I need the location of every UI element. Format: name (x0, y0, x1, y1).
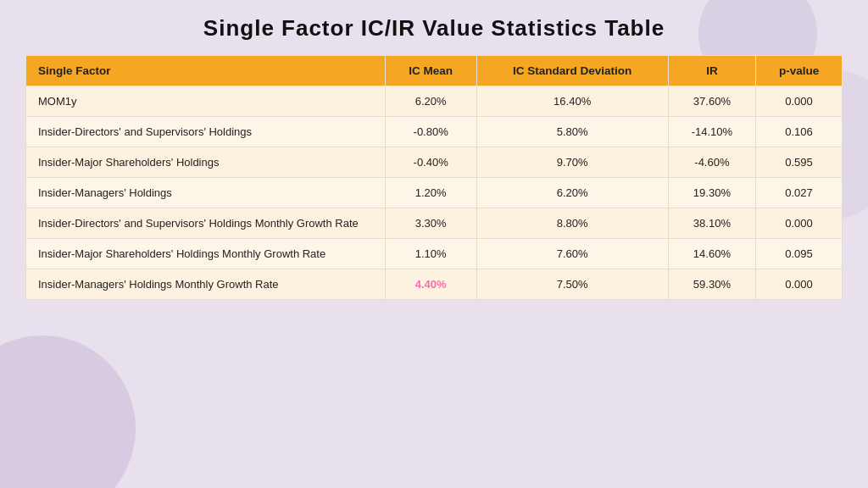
cell-factor: Insider-Major Shareholders' Holdings (26, 147, 386, 178)
cell-ir: 14.60% (668, 239, 755, 269)
cell-pvalue: 0.027 (756, 178, 843, 208)
header-ic-std: IC Standard Deviation (476, 56, 668, 86)
cell-pvalue: 0.106 (756, 117, 843, 147)
cell-ic-std: 16.40% (476, 86, 668, 117)
cell-ic-mean: 6.20% (385, 86, 476, 117)
cell-ir: 19.30% (668, 178, 755, 208)
page-title: Single Factor IC/IR Value Statistics Tab… (25, 15, 843, 42)
header-pvalue: p-value (756, 56, 843, 86)
cell-ic-std: 7.50% (476, 269, 668, 300)
cell-ic-std: 9.70% (476, 147, 668, 178)
cell-factor: Insider-Managers' Holdings (26, 178, 386, 208)
cell-pvalue: 0.595 (756, 147, 843, 178)
cell-factor: Insider-Directors' and Supervisors' Hold… (26, 117, 386, 147)
cell-ir: -4.60% (668, 147, 755, 178)
table-row: Insider-Managers' Holdings1.20%6.20%19.3… (26, 178, 843, 208)
cell-ic-mean: -0.80% (385, 117, 476, 147)
statistics-table: Single Factor IC Mean IC Standard Deviat… (25, 55, 843, 300)
cell-ic-std: 5.80% (476, 117, 668, 147)
cell-ir: -14.10% (668, 117, 755, 147)
cell-ir: 38.10% (668, 208, 755, 239)
table-row: Insider-Directors' and Supervisors' Hold… (26, 208, 843, 239)
cell-factor: Insider-Major Shareholders' Holdings Mon… (26, 239, 386, 269)
cell-ic-mean: 1.10% (385, 239, 476, 269)
table-header-row: Single Factor IC Mean IC Standard Deviat… (26, 56, 843, 86)
header-ic-mean: IC Mean (385, 56, 476, 86)
table-row: Insider-Directors' and Supervisors' Hold… (26, 117, 843, 147)
cell-factor: Insider-Directors' and Supervisors' Hold… (26, 208, 386, 239)
cell-ic-mean: 4.40% (385, 269, 476, 300)
cell-pvalue: 0.000 (756, 269, 843, 300)
cell-factor: MOM1y (26, 86, 386, 117)
table-row: Insider-Major Shareholders' Holdings-0.4… (26, 147, 843, 178)
cell-ic-std: 8.80% (476, 208, 668, 239)
table-row: MOM1y6.20%16.40%37.60%0.000 (26, 86, 843, 117)
cell-ir: 59.30% (668, 269, 755, 300)
cell-ic-mean: 3.30% (385, 208, 476, 239)
cell-pvalue: 0.000 (756, 208, 843, 239)
cell-ir: 37.60% (668, 86, 755, 117)
cell-ic-std: 7.60% (476, 239, 668, 269)
cell-pvalue: 0.095 (756, 239, 843, 269)
table-row: Insider-Major Shareholders' Holdings Mon… (26, 239, 843, 269)
header-factor: Single Factor (26, 56, 386, 86)
cell-ic-std: 6.20% (476, 178, 668, 208)
cell-factor: Insider-Managers' Holdings Monthly Growt… (26, 269, 386, 300)
cell-ic-mean: 1.20% (385, 178, 476, 208)
cell-pvalue: 0.000 (756, 86, 843, 117)
cell-ic-mean: -0.40% (385, 147, 476, 178)
table-row: Insider-Managers' Holdings Monthly Growt… (26, 269, 843, 300)
header-ir: IR (668, 56, 755, 86)
